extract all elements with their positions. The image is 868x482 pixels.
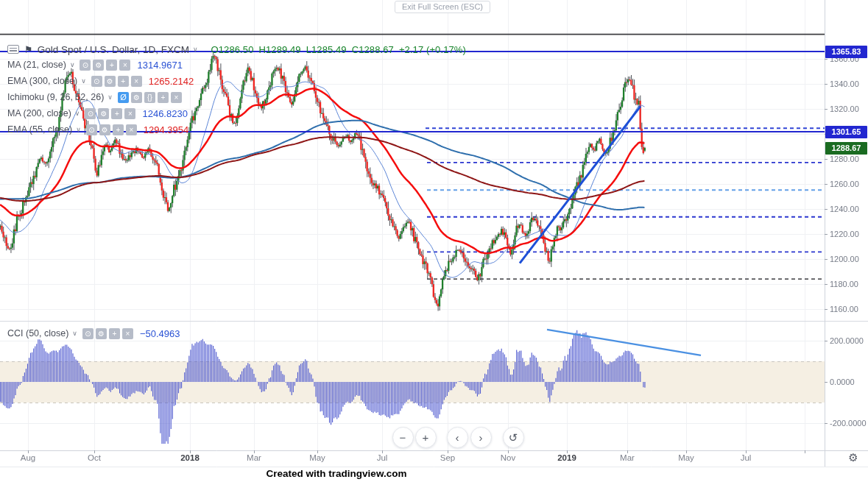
time-axis-label: Jul (741, 453, 752, 462)
time-axis-label: 2019 (557, 453, 576, 462)
close-icon[interactable]: × (119, 60, 130, 71)
time-axis-label: Nov (501, 453, 515, 462)
indicator-label: CCI (50, close) (7, 328, 68, 339)
plus-icon[interactable]: + (106, 60, 117, 71)
chevron-down-icon[interactable]: ∨ (72, 330, 77, 337)
chevron-down-icon[interactable]: ∨ (81, 77, 86, 85)
indicator-row: EMA (300, close)∨⊙⚙+×1265.2142 (7, 73, 471, 89)
cci-legend: CCI (50, close)∨⊙⚙+×−50.4963 (7, 325, 180, 341)
zoom-in-button[interactable]: + (415, 427, 437, 448)
indicator-row: Ichimoku (9, 26, 52, 26)∨Ø⚙{}+× (7, 89, 471, 105)
price-axis-label: 1260.00 (830, 180, 859, 188)
price-axis-label: 1340.00 (830, 79, 859, 88)
eye-icon[interactable]: ⊙ (82, 328, 93, 339)
gear-icon[interactable]: ⚙ (93, 60, 104, 71)
eye-icon[interactable]: ⊙ (80, 60, 91, 71)
chevron-down-icon[interactable]: ∨ (107, 93, 113, 101)
legend: ⚑ Gold Spot / U.S. Dollar, 1D, FXCM ∨ O1… (7, 42, 471, 138)
indicator-value: 1294.3954 (144, 124, 188, 135)
indicator-value: 1265.2142 (149, 76, 194, 87)
gear-icon[interactable]: ⚙ (99, 124, 110, 135)
symbol-title[interactable]: Gold Spot / U.S. Dollar, 1D, FXCM (38, 44, 189, 55)
symbol-row: ⚑ Gold Spot / U.S. Dollar, 1D, FXCM ∨ O1… (7, 42, 471, 57)
chevron-down-icon[interactable]: ∨ (76, 126, 81, 133)
indicator-row: MA (200, close)∨⊙⚙+×1246.8230 (7, 105, 471, 121)
scroll-left-button[interactable]: ‹ (447, 427, 468, 448)
braces-icon[interactable]: {} (144, 92, 155, 103)
price-axis-badge: 1365.83 (825, 46, 867, 58)
gear-icon[interactable]: ⚙ (98, 108, 109, 119)
cci-axis-label: 200.0000 (830, 336, 864, 345)
ohlc-open: O1286.50 (211, 44, 254, 55)
indicator-row: EMA (55, close)∨⊙⚙+×1294.3954 (7, 121, 471, 138)
indicator-label: MA (21, close) (7, 60, 66, 70)
plus-icon[interactable]: + (109, 328, 120, 339)
eye-icon[interactable]: ⊙ (85, 108, 96, 119)
price-axis-label: 1320.00 (830, 104, 859, 113)
indicator-label: MA (200, close) (7, 108, 71, 118)
price-axis-badge: 1301.65 (825, 126, 867, 138)
close-icon[interactable]: × (124, 108, 135, 119)
indicator-value: −50.4963 (140, 328, 180, 339)
indicator-label: EMA (55, close) (7, 124, 72, 135)
ohlc-change: +2.17 (+0.17%) (399, 44, 466, 55)
gear-icon[interactable]: ⚙ (96, 328, 107, 339)
time-axis-label: May (309, 453, 325, 462)
chart-menu-icon[interactable] (7, 45, 19, 54)
time-axis-label: Jul (377, 453, 388, 462)
cci-axis-label: -200.0000 (830, 419, 867, 428)
close-icon[interactable]: × (126, 124, 137, 135)
chevron-down-icon[interactable]: ∨ (75, 110, 80, 117)
close-icon[interactable]: × (122, 328, 133, 339)
plus-icon[interactable]: + (111, 108, 122, 119)
time-axis-label: Oct (88, 453, 101, 462)
exit-fullscreen-button[interactable]: Exit Full Screen (ESC) (395, 1, 490, 13)
price-axis-label: 1280.00 (830, 155, 859, 163)
plus-icon[interactable]: + (158, 92, 169, 103)
ohlc-readout: O1286.50H1289.49L1285.49C1288.67+2.17 (+… (211, 44, 471, 55)
tradingview-watermark: Created with tradingview.com (267, 468, 407, 479)
indicator-label: Ichimoku (9, 26, 52, 26) (7, 92, 104, 102)
indicator-row: MA (21, close)∨⊙⚙+×1314.9671 (7, 57, 471, 73)
indicator-row: CCI (50, close)∨⊙⚙+×−50.4963 (7, 325, 180, 341)
plus-icon[interactable]: + (118, 76, 129, 87)
ohlc-low: L1285.49 (306, 44, 347, 55)
chevron-down-icon[interactable]: ∨ (193, 46, 198, 53)
close-icon[interactable]: × (131, 76, 142, 87)
time-axis-label: May (678, 453, 694, 462)
gear-icon[interactable]: ⚙ (131, 92, 142, 103)
time-axis-label: Mar (620, 453, 635, 462)
plus-icon[interactable]: + (113, 124, 124, 135)
time-axis-label: Sep (440, 453, 455, 462)
gear-icon[interactable]: ⚙ (105, 76, 116, 87)
eye-icon[interactable]: ⊙ (86, 124, 97, 135)
time-axis-label: 2018 (180, 453, 200, 462)
price-axis-label: 1240.00 (830, 205, 859, 213)
zoom-out-button[interactable]: − (392, 427, 414, 448)
time-axis-label: Aug (21, 453, 35, 462)
price-axis-label: 1180.00 (830, 280, 858, 288)
ohlc-high: H1289.49 (258, 44, 300, 55)
indicator-value: 1314.9671 (137, 60, 182, 71)
cci-axis-label: 0.0000 (830, 378, 855, 386)
indicator-value: 1246.8230 (142, 108, 187, 119)
flag-icon[interactable]: ⚑ (24, 44, 33, 55)
ohlc-close: C1288.67 (352, 44, 394, 55)
price-axis-label: 1220.00 (830, 230, 859, 238)
indicator-label: EMA (300, close) (7, 76, 77, 86)
eye-icon[interactable]: ⊙ (91, 76, 102, 87)
tradingview-fullscreen-chart: Exit Full Screen (ESC) ⚑ Gold Spot / U.S… (0, 0, 868, 482)
chevron-down-icon[interactable]: ∨ (70, 61, 75, 68)
time-axis-label: Mar (247, 453, 261, 462)
eye-off-icon[interactable]: Ø (118, 92, 129, 103)
price-axis-badge: 1288.67 (825, 142, 867, 155)
close-icon[interactable]: × (171, 92, 182, 103)
timescale-settings-gear-icon[interactable]: ⚙ (842, 451, 864, 466)
reset-chart-button[interactable]: ↺ (503, 427, 524, 448)
price-axis-label: 1200.00 (830, 255, 859, 263)
scroll-right-button[interactable]: › (470, 427, 492, 448)
price-axis-label: 1160.00 (830, 305, 858, 313)
